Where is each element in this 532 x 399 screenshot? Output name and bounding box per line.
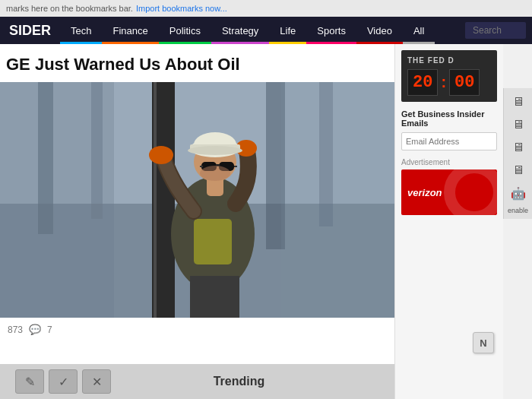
nav-item-life[interactable]: Life xyxy=(269,17,306,44)
article-footer: 873 💬 7 xyxy=(0,318,394,341)
navbar: SIDER Tech Finance Politics Strategy Lif… xyxy=(0,17,532,44)
countdown-hours: 20 xyxy=(407,69,438,96)
fed-countdown-title: THE FED D xyxy=(407,56,491,65)
svg-rect-25 xyxy=(0,82,114,318)
sidebar-icon-monitor-3[interactable]: 🖥 xyxy=(505,137,531,158)
fed-countdown: THE FED D 20 : 00 xyxy=(401,50,497,102)
view-count: 873 xyxy=(8,325,23,335)
ad-label: Advertisement xyxy=(401,158,497,166)
sidebar-icon-monitor-4[interactable]: 🖥 xyxy=(505,160,531,181)
nav-items: Tech Finance Politics Strategy Life Spor… xyxy=(60,17,459,44)
svg-point-17 xyxy=(188,146,242,155)
sidebar-icon-monitor-1[interactable]: 🖥 xyxy=(505,91,531,112)
svg-rect-24 xyxy=(190,276,239,318)
nav-item-sports[interactable]: Sports xyxy=(306,17,356,44)
nav-item-strategy[interactable]: Strategy xyxy=(211,17,269,44)
email-input[interactable] xyxy=(401,132,497,150)
article-title: GE Just Warned Us About Oil xyxy=(0,44,394,82)
nav-item-tech[interactable]: Tech xyxy=(60,17,102,44)
svg-rect-9 xyxy=(194,219,232,264)
verizon-logo: verizon xyxy=(407,187,442,198)
svg-rect-22 xyxy=(234,166,237,167)
nav-item-politics[interactable]: Politics xyxy=(159,17,211,44)
bottom-toolbar: ✎ ✓ ✕ Trending xyxy=(0,364,394,399)
ad-banner[interactable]: verizon xyxy=(401,169,497,215)
comment-icon: 💬 xyxy=(29,324,41,335)
svg-rect-7 xyxy=(154,82,157,318)
comment-count: 7 xyxy=(47,325,52,335)
countdown-display: 20 : 00 xyxy=(407,69,491,96)
countdown-colon: : xyxy=(441,74,446,91)
sidebar-enable-text: enable xyxy=(506,205,530,216)
countdown-minutes: 00 xyxy=(449,69,480,96)
nav-item-video[interactable]: Video xyxy=(356,17,403,44)
n-button[interactable]: N xyxy=(473,332,494,353)
svg-rect-21 xyxy=(200,166,203,167)
ad-bg-decoration xyxy=(444,169,497,215)
svg-rect-26 xyxy=(281,82,394,318)
nav-item-finance[interactable]: Finance xyxy=(102,17,158,44)
main-content: GE Just Warned Us About Oil xyxy=(0,44,532,399)
search-input[interactable] xyxy=(465,22,526,39)
svg-point-10 xyxy=(149,146,173,164)
svg-point-23 xyxy=(200,166,230,181)
article-image-svg xyxy=(0,82,394,318)
ad-section: Advertisement verizon xyxy=(401,158,497,215)
right-sidebar: 🖥 🖥 🖥 🖥 🤖 enable xyxy=(503,88,532,219)
sidebar-icon-android[interactable]: 🤖 xyxy=(505,182,531,204)
import-bookmarks-link[interactable]: Import bookmarks now... xyxy=(136,4,227,13)
article-image xyxy=(0,82,394,318)
bookmark-bar-text: marks here on the bookmarks bar. xyxy=(6,4,133,13)
site-brand: SIDER xyxy=(0,17,60,44)
email-section-title: Get Business Insider Emails xyxy=(401,109,497,128)
nav-item-all[interactable]: All xyxy=(403,17,435,44)
sidebar-icon-monitor-2[interactable]: 🖥 xyxy=(505,114,531,135)
bookmark-bar: marks here on the bookmarks bar. Import … xyxy=(0,0,532,17)
article-section: GE Just Warned Us About Oil xyxy=(0,44,395,399)
edit-button[interactable]: ✎ xyxy=(15,369,44,394)
confirm-button[interactable]: ✓ xyxy=(49,369,78,394)
email-section: Get Business Insider Emails xyxy=(401,109,497,150)
trending-label: Trending xyxy=(84,375,394,388)
